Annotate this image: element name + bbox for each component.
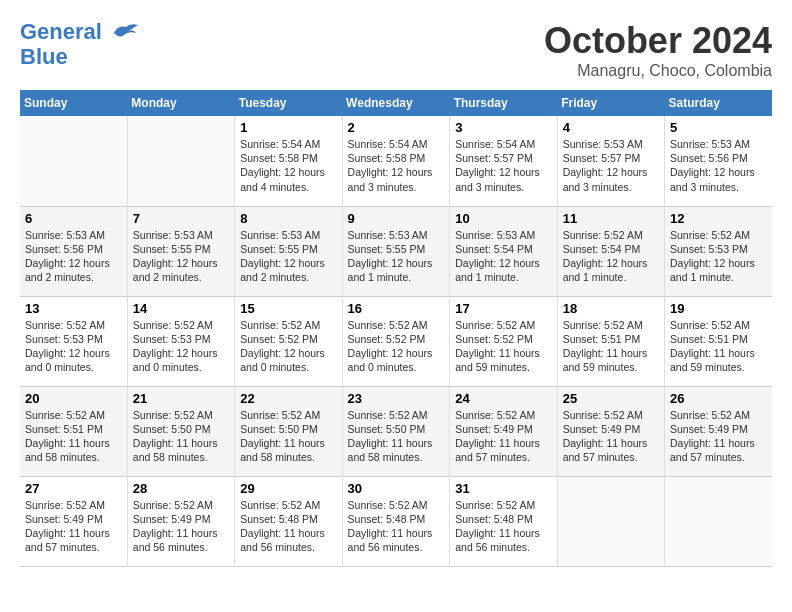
day-info: Sunrise: 5:54 AM Sunset: 5:58 PM Dayligh…: [348, 137, 445, 194]
calendar-cell: 6Sunrise: 5:53 AM Sunset: 5:56 PM Daylig…: [20, 206, 127, 296]
calendar-cell: 2Sunrise: 5:54 AM Sunset: 5:58 PM Daylig…: [342, 116, 450, 206]
calendar-cell: 29Sunrise: 5:52 AM Sunset: 5:48 PM Dayli…: [235, 476, 342, 566]
month-title: October 2024: [544, 20, 772, 62]
day-number: 20: [25, 391, 122, 406]
day-number: 24: [455, 391, 551, 406]
calendar-cell: 11Sunrise: 5:52 AM Sunset: 5:54 PM Dayli…: [557, 206, 664, 296]
day-number: 2: [348, 120, 445, 135]
day-number: 22: [240, 391, 336, 406]
day-number: 28: [133, 481, 229, 496]
day-number: 13: [25, 301, 122, 316]
day-info: Sunrise: 5:52 AM Sunset: 5:53 PM Dayligh…: [25, 318, 122, 375]
day-number: 1: [240, 120, 336, 135]
day-info: Sunrise: 5:52 AM Sunset: 5:50 PM Dayligh…: [133, 408, 229, 465]
calendar-cell: 26Sunrise: 5:52 AM Sunset: 5:49 PM Dayli…: [665, 386, 772, 476]
calendar-cell: 31Sunrise: 5:52 AM Sunset: 5:48 PM Dayli…: [450, 476, 557, 566]
calendar-cell: 12Sunrise: 5:52 AM Sunset: 5:53 PM Dayli…: [665, 206, 772, 296]
day-info: Sunrise: 5:52 AM Sunset: 5:53 PM Dayligh…: [133, 318, 229, 375]
calendar-week-row: 13Sunrise: 5:52 AM Sunset: 5:53 PM Dayli…: [20, 296, 772, 386]
calendar-cell: 25Sunrise: 5:52 AM Sunset: 5:49 PM Dayli…: [557, 386, 664, 476]
calendar-cell: 13Sunrise: 5:52 AM Sunset: 5:53 PM Dayli…: [20, 296, 127, 386]
logo-blue: Blue: [20, 44, 68, 69]
page-header: General Blue October 2024 Managru, Choco…: [20, 20, 772, 80]
day-number: 21: [133, 391, 229, 406]
day-number: 11: [563, 211, 659, 226]
day-number: 26: [670, 391, 767, 406]
calendar-header-row: SundayMondayTuesdayWednesdayThursdayFrid…: [20, 90, 772, 116]
day-info: Sunrise: 5:52 AM Sunset: 5:52 PM Dayligh…: [455, 318, 551, 375]
column-header-saturday: Saturday: [665, 90, 772, 116]
calendar-cell: 3Sunrise: 5:54 AM Sunset: 5:57 PM Daylig…: [450, 116, 557, 206]
column-header-tuesday: Tuesday: [235, 90, 342, 116]
day-number: 19: [670, 301, 767, 316]
calendar-cell: 21Sunrise: 5:52 AM Sunset: 5:50 PM Dayli…: [127, 386, 234, 476]
day-info: Sunrise: 5:54 AM Sunset: 5:57 PM Dayligh…: [455, 137, 551, 194]
calendar-cell: 15Sunrise: 5:52 AM Sunset: 5:52 PM Dayli…: [235, 296, 342, 386]
calendar-cell: 17Sunrise: 5:52 AM Sunset: 5:52 PM Dayli…: [450, 296, 557, 386]
day-number: 10: [455, 211, 551, 226]
calendar-cell: 5Sunrise: 5:53 AM Sunset: 5:56 PM Daylig…: [665, 116, 772, 206]
calendar-cell: 16Sunrise: 5:52 AM Sunset: 5:52 PM Dayli…: [342, 296, 450, 386]
day-info: Sunrise: 5:52 AM Sunset: 5:52 PM Dayligh…: [240, 318, 336, 375]
day-number: 6: [25, 211, 122, 226]
calendar-week-row: 1Sunrise: 5:54 AM Sunset: 5:58 PM Daylig…: [20, 116, 772, 206]
calendar-cell: 1Sunrise: 5:54 AM Sunset: 5:58 PM Daylig…: [235, 116, 342, 206]
calendar-cell: 24Sunrise: 5:52 AM Sunset: 5:49 PM Dayli…: [450, 386, 557, 476]
day-number: 12: [670, 211, 767, 226]
day-number: 3: [455, 120, 551, 135]
day-info: Sunrise: 5:53 AM Sunset: 5:55 PM Dayligh…: [240, 228, 336, 285]
day-info: Sunrise: 5:52 AM Sunset: 5:51 PM Dayligh…: [563, 318, 659, 375]
calendar-cell: 27Sunrise: 5:52 AM Sunset: 5:49 PM Dayli…: [20, 476, 127, 566]
day-info: Sunrise: 5:52 AM Sunset: 5:51 PM Dayligh…: [25, 408, 122, 465]
day-number: 14: [133, 301, 229, 316]
day-number: 8: [240, 211, 336, 226]
calendar-cell: 7Sunrise: 5:53 AM Sunset: 5:55 PM Daylig…: [127, 206, 234, 296]
calendar-cell: 20Sunrise: 5:52 AM Sunset: 5:51 PM Dayli…: [20, 386, 127, 476]
day-info: Sunrise: 5:53 AM Sunset: 5:56 PM Dayligh…: [25, 228, 122, 285]
calendar-cell: 30Sunrise: 5:52 AM Sunset: 5:48 PM Dayli…: [342, 476, 450, 566]
day-info: Sunrise: 5:53 AM Sunset: 5:56 PM Dayligh…: [670, 137, 767, 194]
day-info: Sunrise: 5:52 AM Sunset: 5:49 PM Dayligh…: [25, 498, 122, 555]
day-info: Sunrise: 5:52 AM Sunset: 5:49 PM Dayligh…: [133, 498, 229, 555]
title-area: October 2024 Managru, Choco, Colombia: [544, 20, 772, 80]
calendar-cell: 10Sunrise: 5:53 AM Sunset: 5:54 PM Dayli…: [450, 206, 557, 296]
day-info: Sunrise: 5:52 AM Sunset: 5:48 PM Dayligh…: [455, 498, 551, 555]
day-number: 30: [348, 481, 445, 496]
calendar-cell: 8Sunrise: 5:53 AM Sunset: 5:55 PM Daylig…: [235, 206, 342, 296]
column-header-monday: Monday: [127, 90, 234, 116]
day-number: 7: [133, 211, 229, 226]
calendar-table: SundayMondayTuesdayWednesdayThursdayFrid…: [20, 90, 772, 567]
calendar-cell: [557, 476, 664, 566]
day-number: 25: [563, 391, 659, 406]
day-number: 15: [240, 301, 336, 316]
calendar-cell: [665, 476, 772, 566]
location-title: Managru, Choco, Colombia: [544, 62, 772, 80]
day-number: 29: [240, 481, 336, 496]
calendar-cell: [127, 116, 234, 206]
day-number: 23: [348, 391, 445, 406]
day-info: Sunrise: 5:52 AM Sunset: 5:49 PM Dayligh…: [455, 408, 551, 465]
column-header-thursday: Thursday: [450, 90, 557, 116]
day-info: Sunrise: 5:52 AM Sunset: 5:49 PM Dayligh…: [670, 408, 767, 465]
day-number: 27: [25, 481, 122, 496]
calendar-cell: 9Sunrise: 5:53 AM Sunset: 5:55 PM Daylig…: [342, 206, 450, 296]
day-info: Sunrise: 5:52 AM Sunset: 5:54 PM Dayligh…: [563, 228, 659, 285]
day-info: Sunrise: 5:53 AM Sunset: 5:57 PM Dayligh…: [563, 137, 659, 194]
logo-bird-icon: [110, 21, 140, 45]
day-info: Sunrise: 5:53 AM Sunset: 5:54 PM Dayligh…: [455, 228, 551, 285]
day-number: 18: [563, 301, 659, 316]
calendar-week-row: 20Sunrise: 5:52 AM Sunset: 5:51 PM Dayli…: [20, 386, 772, 476]
day-info: Sunrise: 5:53 AM Sunset: 5:55 PM Dayligh…: [348, 228, 445, 285]
calendar-week-row: 27Sunrise: 5:52 AM Sunset: 5:49 PM Dayli…: [20, 476, 772, 566]
logo-general: General: [20, 19, 102, 44]
day-number: 9: [348, 211, 445, 226]
calendar-cell: 18Sunrise: 5:52 AM Sunset: 5:51 PM Dayli…: [557, 296, 664, 386]
day-number: 16: [348, 301, 445, 316]
calendar-cell: 4Sunrise: 5:53 AM Sunset: 5:57 PM Daylig…: [557, 116, 664, 206]
day-number: 4: [563, 120, 659, 135]
calendar-cell: 19Sunrise: 5:52 AM Sunset: 5:51 PM Dayli…: [665, 296, 772, 386]
day-info: Sunrise: 5:52 AM Sunset: 5:52 PM Dayligh…: [348, 318, 445, 375]
day-info: Sunrise: 5:52 AM Sunset: 5:53 PM Dayligh…: [670, 228, 767, 285]
calendar-cell: 14Sunrise: 5:52 AM Sunset: 5:53 PM Dayli…: [127, 296, 234, 386]
column-header-sunday: Sunday: [20, 90, 127, 116]
